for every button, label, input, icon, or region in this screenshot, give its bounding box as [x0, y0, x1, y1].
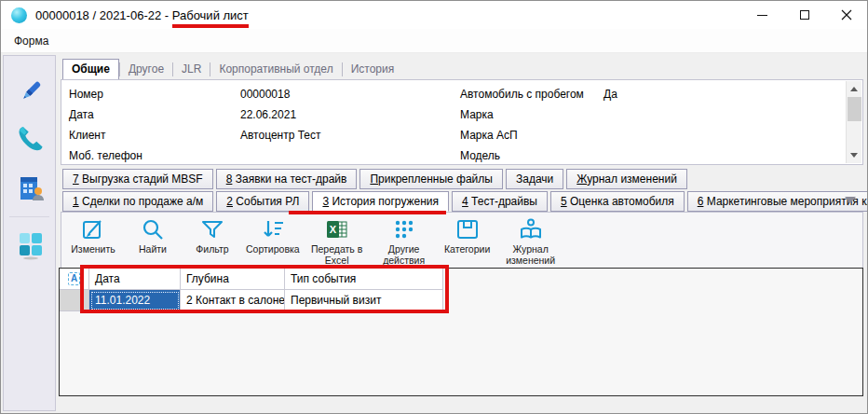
sidebar-divider: [9, 216, 49, 217]
sort-icon: [261, 216, 285, 242]
menu-bar: Форма: [1, 29, 867, 53]
tab-zadachi[interactable]: Задачи: [506, 169, 563, 189]
events-grid: A Дата Глубина Тип события 11.01.2022 2 …: [59, 268, 863, 396]
fields-scrollbar[interactable]: [846, 81, 861, 163]
cell-date-selected[interactable]: 11.01.2022: [89, 290, 181, 311]
field-value-data[interactable]: 22.06.2021: [240, 108, 296, 121]
scroll-up-icon[interactable]: [850, 87, 858, 91]
edit-button[interactable]: Изменить: [67, 216, 119, 255]
tab-drugoe[interactable]: Другое: [120, 60, 172, 79]
search-icon: [141, 216, 165, 242]
edit-icon: [81, 216, 105, 242]
field-label-marka-asp: Марка АсП: [460, 129, 518, 142]
categories-button[interactable]: Категории: [441, 216, 494, 255]
subtabs-row-1: 7 Выгрузка стадий MBSF 8 Заявки на тест-…: [62, 169, 690, 189]
minimize-icon: [757, 15, 767, 16]
fields-panel: Номер 00000018 Дата 22.06.2021 Клиент Ав…: [61, 79, 863, 165]
column-header-date[interactable]: Дата: [89, 269, 181, 290]
sidebar-button-phone[interactable]: [4, 121, 57, 159]
auto-filter-icon: A: [68, 272, 80, 285]
form-tabs: Общие Другое JLR Корпоративный отдел Ист…: [62, 57, 402, 79]
svg-text:X: X: [329, 224, 336, 235]
tab-prikreplennye-fajly[interactable]: Прикрепленные файлы: [359, 169, 503, 189]
menu-item-forma[interactable]: Форма: [1, 34, 61, 48]
sidebar-button-tiles[interactable]: [4, 227, 57, 264]
grid-header-row: A Дата Глубина Тип события: [60, 269, 862, 290]
sidebar: [3, 55, 56, 411]
close-button[interactable]: [825, 1, 867, 29]
cell-depth[interactable]: 2 Контакт в салоне: [181, 290, 285, 311]
field-label-data: Дата: [69, 108, 94, 121]
export-excel-button[interactable]: X Передать в Excel: [307, 216, 367, 266]
application-window: 00000018 / 2021-06-22 - Рабочий лист Фор…: [0, 0, 868, 414]
more-actions-icon: [392, 216, 416, 242]
cell-event-type[interactable]: Первичный визит: [285, 290, 443, 311]
tab-jlr[interactable]: JLR: [173, 60, 210, 79]
subtabs-row-2: 1 Сделки по продаже а/м 2 События РЛ 3 И…: [62, 191, 868, 212]
sidebar-button-organization[interactable]: [4, 170, 57, 207]
annotation-tab-underline: [289, 211, 446, 214]
find-button[interactable]: Найти: [127, 216, 179, 255]
grid-gutter-header[interactable]: A: [60, 269, 89, 290]
tab-marketingovye-meropriyatiya[interactable]: 6 Маркетинговые мероприятия клиента: [687, 191, 868, 212]
field-label-avtomobil-s-probegom: Автомобиль с пробегом: [460, 88, 584, 101]
tiles-icon: [15, 229, 47, 261]
app-icon: [11, 7, 27, 23]
column-header-event-type[interactable]: Тип события: [285, 269, 443, 290]
organization-icon: [15, 172, 47, 204]
phone-icon: [16, 125, 46, 155]
field-value-klient[interactable]: Автоцентр Тест: [240, 129, 321, 142]
tab-sobytiya-rl[interactable]: 2 События РЛ: [216, 191, 309, 212]
title-bar: 00000018 / 2021-06-22 - Рабочий лист: [1, 1, 867, 29]
maximize-icon: [800, 10, 809, 20]
table-row[interactable]: 11.01.2022 2 Контакт в салоне Первичный …: [60, 290, 862, 311]
pen-icon: [16, 76, 46, 106]
more-actions-button[interactable]: Другие действия: [374, 216, 434, 266]
maximize-button[interactable]: [783, 1, 825, 29]
field-value-nomer[interactable]: 00000018: [240, 88, 290, 101]
grid-toolbar: Изменить Найти Фильтр: [61, 212, 863, 268]
excel-icon: X: [325, 216, 349, 242]
tab-korporativnyj-otdel[interactable]: Корпоративный отдел: [210, 60, 341, 79]
tab-istoriya-pogruzheniya[interactable]: 3 История погружения: [312, 191, 449, 212]
categories-icon: [455, 216, 480, 242]
field-label-model: Модель: [460, 149, 500, 162]
window-controls: [741, 1, 867, 29]
window-title-highlight: Рабочий лист: [172, 8, 249, 28]
tab-test-drajvy[interactable]: 4 Тест-драйвы: [452, 191, 548, 212]
sort-button[interactable]: Сортировка: [246, 216, 300, 255]
tab-obshchie[interactable]: Общие: [62, 59, 119, 79]
field-value-avtomobil-s-probegom[interactable]: Да: [604, 88, 617, 101]
tab-vygruzka-stadij-mbsf[interactable]: 7 Выгрузка стадий MBSF: [62, 169, 213, 189]
tab-istoriya[interactable]: История: [343, 60, 403, 79]
minimize-button[interactable]: [741, 1, 783, 29]
window-title-prefix: 00000018 / 2021-06-22 -: [35, 8, 172, 22]
close-icon: [841, 9, 852, 21]
tab-ocenka-avtomobilya[interactable]: 5 Оценка автомобиля: [550, 191, 685, 212]
changelog-icon: [519, 216, 543, 242]
row-selector-gutter[interactable]: [60, 290, 89, 311]
scroll-down-icon[interactable]: [850, 153, 858, 158]
tab-sdelki-po-prodazhe[interactable]: 1 Сделки по продаже а/м: [62, 191, 213, 212]
field-label-mob-telefon: Моб. телефон: [69, 149, 142, 162]
field-label-marka: Марка: [460, 108, 494, 121]
filter-icon: [200, 216, 224, 242]
field-label-nomer: Номер: [69, 88, 103, 101]
tab-zayavki-na-test-drajv[interactable]: 8 Заявки на тест-драйв: [216, 169, 358, 189]
filter-button[interactable]: Фильтр: [186, 216, 238, 255]
sidebar-button-pen[interactable]: [4, 73, 57, 110]
field-label-klient: Клиент: [69, 129, 106, 142]
main-area: Общие Другое JLR Корпоративный отдел Ист…: [57, 53, 867, 413]
scrollbar-thumb[interactable]: [848, 97, 861, 121]
column-header-depth[interactable]: Глубина: [181, 269, 285, 290]
changelog-button[interactable]: Журнал изменений: [501, 216, 561, 266]
tab-zhurnal-izmenenij[interactable]: Журнал изменений: [566, 169, 687, 189]
window-title: 00000018 / 2021-06-22 - Рабочий лист: [35, 8, 249, 22]
tabs-overflow-dropdown-icon[interactable]: [845, 197, 856, 203]
